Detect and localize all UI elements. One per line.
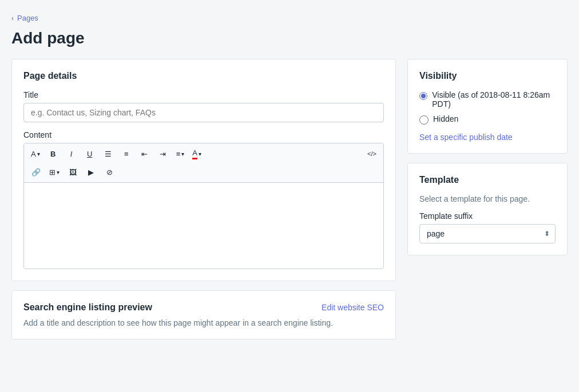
edit-seo-button[interactable]: Edit website SEO	[322, 303, 384, 312]
indent-left-icon: ⇤	[141, 150, 148, 158]
set-publish-date-button[interactable]: Set a specific publish date	[419, 133, 513, 142]
indent-left-button[interactable]: ⇤	[136, 146, 153, 162]
hidden-label: Hidden	[433, 114, 458, 123]
align-button[interactable]: ≡ ▾	[173, 146, 188, 162]
bold-button[interactable]: B	[45, 146, 62, 162]
italic-button[interactable]: I	[63, 146, 80, 162]
ol-icon: ≡	[124, 150, 129, 158]
content-editor: A ▾ B I	[23, 143, 384, 269]
visibility-title: Visibility	[419, 71, 556, 81]
underline-button[interactable]: U	[81, 146, 98, 162]
breadcrumb-label: Pages	[17, 14, 38, 22]
visible-option[interactable]: Visible (as of 2018-08-11 8:26am PDT)	[419, 90, 556, 109]
bold-icon: B	[50, 150, 55, 158]
font-icon: A	[31, 150, 36, 158]
editor-toolbar: A ▾ B I	[24, 143, 383, 183]
suffix-select-wrapper: page contact faq about ⬍	[419, 224, 556, 243]
clear-format-button[interactable]: ⊘	[101, 164, 118, 180]
link-button[interactable]: 🔗	[27, 164, 45, 180]
template-description: Select a template for this page.	[419, 194, 556, 203]
visible-radio[interactable]	[419, 91, 427, 101]
font-dropdown-arrow: ▾	[37, 151, 40, 157]
seo-header: Search engine listing preview Edit websi…	[23, 302, 384, 313]
page-title: Add page	[11, 29, 568, 47]
visibility-radio-group: Visible (as of 2018-08-11 8:26am PDT) Hi…	[419, 90, 556, 125]
page-details-title: Page details	[23, 71, 384, 81]
indent-right-icon: ⇥	[160, 150, 166, 158]
table-icon: ⊞	[49, 168, 55, 177]
toolbar-row-2: 🔗 ⊞ ▾ 🖼	[27, 164, 380, 180]
hidden-radio[interactable]	[419, 115, 429, 125]
breadcrumb[interactable]: ‹ Pages	[11, 14, 568, 22]
link-icon: 🔗	[31, 168, 41, 177]
visible-label: Visible (as of 2018-08-11 8:26am PDT)	[432, 90, 556, 109]
italic-icon: I	[70, 150, 73, 158]
toolbar-row-1: A ▾ B I	[27, 146, 380, 162]
ol-button[interactable]: ≡	[118, 146, 135, 162]
template-title: Template	[419, 175, 556, 185]
page-details-card: Page details Title Content A ▾	[11, 59, 396, 281]
image-icon: 🖼	[69, 168, 77, 177]
underline-icon: U	[87, 150, 92, 158]
title-input[interactable]	[23, 103, 384, 122]
table-button[interactable]: ⊞ ▾	[46, 164, 63, 180]
font-button[interactable]: A ▾	[27, 146, 43, 162]
image-button[interactable]: 🖼	[64, 164, 81, 180]
title-label: Title	[23, 90, 384, 99]
suffix-label: Template suffix	[419, 211, 556, 221]
right-column: Visibility Visible (as of 2018-08-11 8:2…	[407, 59, 568, 255]
visibility-card: Visibility Visible (as of 2018-08-11 8:2…	[407, 59, 568, 154]
video-icon: ▶	[88, 168, 94, 177]
indent-right-button[interactable]: ⇥	[154, 146, 172, 162]
seo-card: Search engine listing preview Edit websi…	[11, 290, 396, 339]
seo-description: Add a title and description to see how t…	[23, 318, 384, 327]
hidden-option[interactable]: Hidden	[419, 114, 556, 125]
video-button[interactable]: ▶	[82, 164, 100, 180]
editor-body[interactable]	[24, 183, 383, 269]
seo-title: Search engine listing preview	[23, 302, 152, 313]
align-dropdown-arrow: ▾	[181, 151, 184, 157]
align-icon: ≡	[176, 150, 181, 158]
ul-button[interactable]: ☰	[100, 146, 117, 162]
clear-format-icon: ⊘	[106, 168, 113, 177]
left-column: Page details Title Content A ▾	[11, 59, 396, 339]
color-icon: A	[192, 149, 197, 159]
table-dropdown-arrow: ▾	[57, 169, 60, 175]
template-card: Template Select a template for this page…	[407, 163, 568, 255]
color-button[interactable]: A ▾	[189, 146, 205, 162]
ul-icon: ☰	[105, 150, 112, 158]
breadcrumb-arrow: ‹	[11, 14, 14, 22]
source-button[interactable]: </>	[364, 146, 380, 162]
color-dropdown-arrow: ▾	[199, 151, 201, 157]
source-icon: </>	[367, 150, 376, 157]
content-label: Content	[23, 130, 384, 139]
suffix-select[interactable]: page contact faq about	[419, 224, 556, 243]
